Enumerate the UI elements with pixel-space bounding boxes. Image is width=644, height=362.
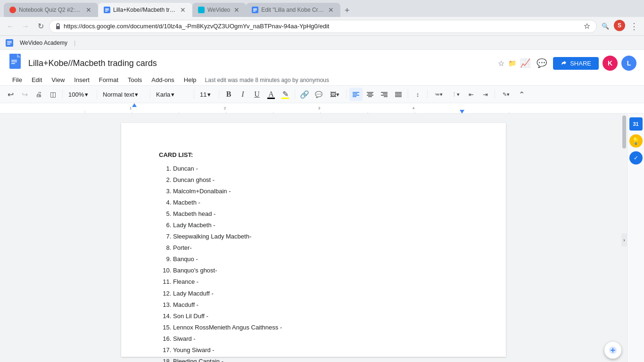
undo-button[interactable]: ↩: [4, 88, 17, 101]
avatar-l[interactable]: L: [621, 56, 636, 71]
indent-increase-button[interactable]: ⇥: [479, 88, 492, 101]
svg-rect-2: [105, 10, 109, 11]
italic-button[interactable]: I: [236, 88, 249, 101]
share-button-label: SHARE: [570, 60, 591, 67]
font-selector[interactable]: Karla ▾: [153, 90, 191, 99]
redo-button[interactable]: ↪: [18, 88, 31, 101]
menu-help[interactable]: Help: [179, 74, 201, 85]
size-selector[interactable]: 11 ▾: [197, 90, 216, 99]
menu-insert[interactable]: Insert: [69, 74, 94, 85]
comment-icon[interactable]: 💬: [534, 56, 549, 71]
bookmark-wevideo[interactable]: WeVideo Academy: [17, 39, 70, 47]
new-tab-button[interactable]: +: [340, 4, 354, 17]
line-spacing-button[interactable]: ↕: [411, 88, 424, 101]
menu-add-ons[interactable]: Add-ons: [147, 74, 179, 85]
list-item: Lady Macduff -: [173, 288, 468, 299]
zoom-selector[interactable]: 100% ▾: [66, 90, 94, 99]
list-item: Duncan ghost -: [173, 174, 468, 186]
text-color-button[interactable]: A: [264, 88, 278, 101]
highlight-button[interactable]: ✎: [279, 88, 292, 101]
editing-mode-button[interactable]: ✎▾: [498, 88, 514, 101]
sep6: [295, 90, 295, 99]
zoom-icon[interactable]: 🔍: [599, 20, 612, 33]
folder-icon[interactable]: 📁: [508, 59, 516, 67]
share-button[interactable]: SHARE: [553, 57, 599, 70]
align-right-button[interactable]: [378, 88, 391, 101]
menu-view[interactable]: View: [47, 74, 69, 85]
browser-tab-1[interactable]: Notebook Quiz Q2 #2: Bio-Chem... ✕: [4, 3, 98, 17]
svg-text:4: 4: [413, 106, 415, 110]
tab3-close[interactable]: ✕: [233, 6, 240, 14]
indent-decrease-button[interactable]: ⇤: [464, 88, 478, 101]
size-chevron: ▾: [207, 91, 211, 98]
print-button[interactable]: 🖨: [32, 88, 45, 101]
link-button[interactable]: 🔗: [298, 88, 311, 101]
analytics-icon[interactable]: 📈: [520, 58, 530, 68]
expand-button[interactable]: ⌃: [515, 88, 528, 101]
reload-button[interactable]: ↻: [34, 20, 47, 33]
list-item: Bleeding Captain -: [173, 356, 468, 362]
tab2-close[interactable]: ✕: [179, 6, 187, 14]
list-item: Lennox RossMenieth Angus Caithness -: [173, 322, 468, 333]
style-selector[interactable]: Normal text ▾: [100, 90, 147, 99]
zoom-value: 100%: [68, 91, 84, 98]
bulleted-list-button[interactable]: ⋮▾: [447, 88, 463, 101]
comment-toolbar-button[interactable]: 💬: [312, 88, 325, 101]
svg-rect-8: [56, 26, 60, 29]
align-justify-button[interactable]: [392, 88, 405, 101]
align-justify-icon: [395, 90, 402, 98]
list-item: Macbeth head -: [173, 208, 468, 220]
address-bar[interactable]: https://docs.google.com/document/d/10lz4…: [49, 20, 597, 33]
sep1: [62, 90, 63, 99]
font-chevron: ▾: [171, 91, 174, 98]
style-chevron: ▾: [135, 91, 138, 98]
align-center-button[interactable]: [363, 88, 377, 101]
doc-header-right: 📈 💬 SHARE K L: [520, 56, 636, 71]
avatar-k[interactable]: K: [603, 56, 618, 71]
size-value: 11: [200, 91, 206, 98]
star-doc-icon[interactable]: ☆: [498, 59, 504, 68]
bold-button[interactable]: B: [222, 88, 235, 101]
star-icon[interactable]: [583, 23, 591, 30]
list-item: Malcolm+Donalbain -: [173, 186, 468, 197]
browser-tab-2[interactable]: Lilla+Kobe//Macbeth trading ca... ✕: [98, 3, 192, 17]
expand-sidebar-arrow[interactable]: ›: [621, 233, 627, 247]
numbered-list-button[interactable]: ≔▾: [430, 88, 446, 101]
doc-page: CARD LIST: Duncan - Duncan ghost - Malco…: [121, 123, 506, 357]
tab4-close[interactable]: ✕: [327, 6, 335, 14]
menu-tools[interactable]: Tools: [123, 74, 147, 85]
align-left-button[interactable]: [349, 88, 363, 101]
google-calendar-icon[interactable]: 31: [629, 117, 643, 131]
svg-text:1: 1: [130, 106, 132, 110]
underline-button[interactable]: U: [250, 88, 264, 101]
tab1-favicon: [9, 7, 16, 13]
tab2-favicon: [104, 7, 110, 13]
forward-button[interactable]: →: [19, 20, 32, 33]
profile-icon[interactable]: S: [614, 20, 625, 31]
list-item: Macbeth -: [173, 197, 468, 208]
svg-rect-10: [7, 41, 12, 42]
list-item: Duncan -: [173, 163, 468, 174]
scrollbar-thumb[interactable]: [622, 115, 626, 148]
sep7: [346, 90, 347, 99]
smart-compose-button[interactable]: [604, 342, 621, 359]
tab1-close[interactable]: ✕: [85, 6, 92, 14]
doc-title[interactable]: Lilla+Kobe//Macbeth trading cards: [28, 58, 494, 68]
browser-tab-4[interactable]: Edit "Lilla and Kobe Creative Pr... ✕: [246, 3, 340, 17]
tab2-label: Lilla+Kobe//Macbeth trading ca...: [113, 7, 176, 13]
google-keep-icon[interactable]: 💡: [629, 134, 643, 148]
menu-edit[interactable]: Edit: [27, 74, 47, 85]
list-item: Siward -: [173, 333, 468, 345]
back-button[interactable]: ←: [4, 20, 17, 33]
toolbar: ↩ ↪ 🖨 ◫ 100% ▾ Normal text ▾ Karla ▾ 11 …: [0, 86, 644, 103]
paint-format-button[interactable]: ◫: [46, 88, 59, 101]
google-tasks-icon[interactable]: ✓: [629, 151, 643, 165]
image-button[interactable]: 🖼▾: [326, 88, 343, 101]
menu-file[interactable]: File: [8, 74, 27, 85]
list-item: Son Lil Duff -: [173, 311, 468, 322]
list-item: Young Siward -: [173, 345, 468, 356]
menu-format[interactable]: Format: [94, 74, 123, 85]
browser-tab-3[interactable]: WeVideo ✕: [192, 3, 246, 17]
align-right-icon: [380, 90, 388, 98]
more-button[interactable]: ⋮: [627, 20, 640, 33]
